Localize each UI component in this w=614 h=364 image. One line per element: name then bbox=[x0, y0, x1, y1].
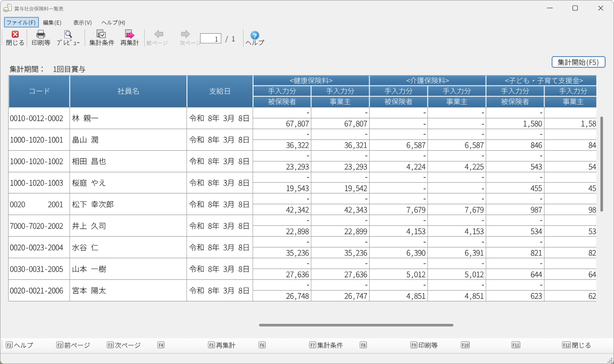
svg-text:?: ? bbox=[253, 32, 257, 39]
